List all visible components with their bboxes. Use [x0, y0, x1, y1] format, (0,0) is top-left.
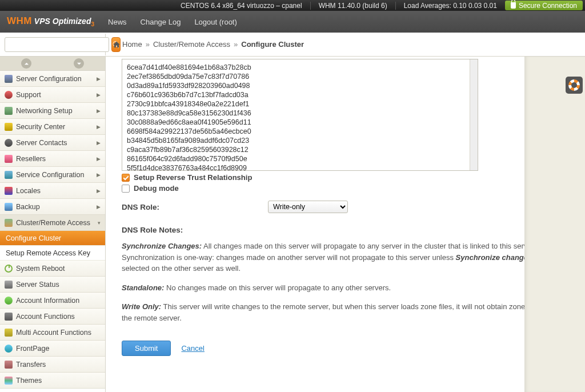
sidebar-item-server-status[interactable]: Server Status: [0, 277, 105, 293]
nav-news[interactable]: News: [108, 18, 127, 26]
standalone-heading: Standalone:: [122, 283, 164, 292]
sidebar-item-frontpage[interactable]: FrontPage: [0, 341, 105, 357]
sidebar-item-transfers[interactable]: Transfers: [0, 357, 105, 373]
sidebar-item-security[interactable]: Security Center▶: [0, 119, 105, 135]
sidebar-item-contacts[interactable]: Server Contacts▶: [0, 135, 105, 151]
sidebar-item-account-functions[interactable]: Account Functions: [0, 309, 105, 325]
sidebar-item-label: Multi Account Functions: [16, 329, 91, 337]
breadcrumb-sep: »: [234, 40, 238, 49]
sidebar-item-label: Support: [16, 91, 41, 99]
label-debug: Debug mode: [134, 184, 179, 193]
status-os: CENTOS 6.4 x86_64 virtuozzo – cpanel: [181, 2, 302, 10]
breadcrumb-home[interactable]: Home: [113, 40, 142, 49]
user-icon: [5, 139, 13, 147]
network-icon: [5, 107, 13, 115]
collapse-up-button[interactable]: [21, 58, 31, 69]
lifering-icon: [5, 91, 13, 99]
sidebar-item-label: Security Center: [16, 123, 65, 131]
chart-icon: [5, 281, 13, 289]
database-icon: [5, 203, 13, 211]
checkbox-reverse-trust[interactable]: [122, 174, 130, 182]
dns-role-notes: DNS Role Notes: Synchronize Changes: All…: [122, 225, 569, 323]
lifering-icon: [568, 79, 580, 91]
sidebar-item-label: Service Configuration: [16, 171, 85, 179]
sidebar-item-label: Resellers: [16, 155, 46, 163]
chevron-right-icon: ▶: [97, 188, 101, 194]
sidebar-item-label: Transfers: [16, 361, 46, 369]
sidebar-item-label: Locales: [16, 187, 41, 195]
shield-icon: [5, 123, 13, 131]
chevron-down-icon: ▾: [98, 220, 101, 226]
lock-icon: [511, 2, 516, 9]
sidebar-item-backup[interactable]: Backup▶: [0, 199, 105, 215]
sidebar-item-reboot[interactable]: System Reboot: [0, 261, 105, 277]
sidebar-item-support[interactable]: Support▶: [0, 87, 105, 103]
sync-heading: Synchronize Changes:: [122, 242, 202, 250]
breadcrumb-current: Configure Cluster: [241, 40, 304, 49]
help-float-button[interactable]: [566, 77, 583, 94]
palette-icon: [5, 377, 13, 385]
sidebar-item-label: System Reboot: [16, 265, 65, 273]
search-wrap: [0, 34, 106, 55]
checkbox-debug[interactable]: [122, 185, 130, 193]
sidebar-item-cluster[interactable]: Cluster/Remote Access▾: [0, 215, 105, 231]
chevron-right-icon: ▶: [97, 92, 101, 98]
home-icon: [113, 41, 121, 49]
sidebar-sub-label: Configure Cluster: [6, 234, 61, 242]
divider: [310, 2, 311, 10]
breadcrumb: Home » Cluster/Remote Access » Configure…: [106, 40, 304, 49]
sidebar-item-label: Cluster/Remote Access: [16, 219, 90, 227]
secure-connection-badge[interactable]: Secure Connection: [505, 1, 583, 10]
sidebar-item-multi-account[interactable]: Multi Account Functions: [0, 325, 105, 341]
status-load: Load Averages: 0.10 0.03 0.01: [404, 2, 497, 10]
sidebar-item-account-info[interactable]: Account Information: [0, 293, 105, 309]
label-dns-role: DNS Role:: [122, 203, 268, 211]
breadcrumb-cluster[interactable]: Cluster/Remote Access: [153, 40, 230, 49]
notes-heading: DNS Role Notes:: [122, 225, 569, 236]
user-gear-icon: [5, 313, 13, 321]
sidebar-item-locales[interactable]: Locales▶: [0, 183, 105, 199]
submit-button[interactable]: Submit: [122, 341, 171, 356]
cancel-link[interactable]: Cancel: [181, 344, 204, 353]
sidebar-item-label: Account Functions: [16, 313, 75, 321]
sidebar-item-themes[interactable]: Themes: [0, 373, 105, 389]
nav-changelog[interactable]: Change Log: [141, 18, 181, 26]
scrollbar[interactable]: [470, 59, 478, 170]
sidebar-item-label: Server Configuration: [16, 75, 82, 83]
search-input[interactable]: [5, 37, 109, 52]
info-icon: [5, 297, 13, 305]
remote-key-text: 6cea7d41df40e881694e1b68a37b28cb 2ec7ef3…: [127, 63, 251, 171]
users-icon: [5, 155, 13, 163]
chevron-right-icon: ▶: [97, 108, 101, 114]
nav-logout[interactable]: Logout (root): [194, 18, 237, 26]
writeonly-heading: Write Only:: [122, 302, 161, 311]
sidebar-item-label: FrontPage: [16, 345, 49, 353]
sidebar-item-networking[interactable]: Networking Setup▶: [0, 103, 105, 119]
sidebar-item-label: Server Status: [16, 281, 59, 289]
transfer-icon: [5, 361, 13, 369]
secure-label: Secure Connection: [519, 2, 577, 10]
sidebar-item-resellers[interactable]: Resellers▶: [0, 151, 105, 167]
sidebar-item-service-config[interactable]: Service Configuration▶: [0, 167, 105, 183]
breadcrumb-sep: »: [146, 40, 150, 49]
remote-key-textarea[interactable]: 6cea7d41df40e881694e1b68a37b28cb 2ec7ef3…: [122, 59, 478, 171]
sidebar-sub-setup-remote-key[interactable]: Setup Remote Access Key: [0, 246, 105, 261]
sidebar-item-server-configuration[interactable]: Server Configuration▶: [0, 71, 105, 87]
collapse-down-button[interactable]: [74, 58, 84, 69]
sync-em: Synchronize changes: [456, 253, 532, 262]
chevron-down-icon: [77, 61, 82, 66]
sidebar-collapse-row: [0, 57, 105, 71]
whm-logo: WHM VPS Optimized3: [7, 15, 94, 27]
chevron-right-icon: ▶: [97, 124, 101, 130]
gear-icon: [5, 75, 13, 83]
sidebar-sub-configure-cluster[interactable]: Configure Cluster: [0, 231, 105, 246]
status-bar: CENTOS 6.4 x86_64 virtuozzo – cpanel WHM…: [0, 0, 585, 11]
chevron-right-icon: ▶: [97, 172, 101, 178]
globe-icon: [5, 345, 13, 353]
sidebar-sub-label: Setup Remote Access Key: [6, 249, 90, 257]
select-dns-role[interactable]: Write-only: [268, 201, 348, 213]
content-area: 6cea7d41df40e881694e1b68a37b28cb 2ec7ef3…: [106, 57, 585, 392]
sidebar-item-label: Backup: [16, 203, 40, 211]
standalone-text: No changes made on this server will prop…: [164, 283, 391, 292]
writeonly-text: This server will write changes to the re…: [122, 302, 559, 322]
